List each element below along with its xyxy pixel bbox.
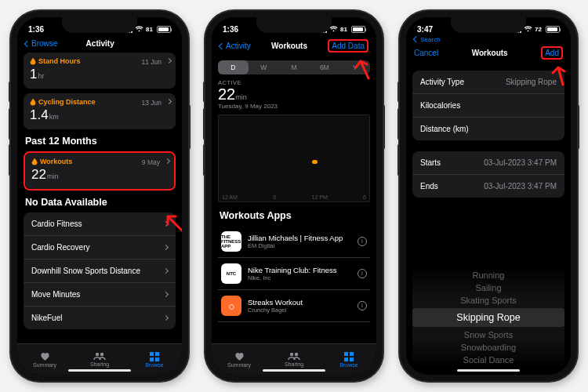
add-data-button[interactable]: Add Data (328, 39, 368, 53)
tab-summary[interactable]: Summary (212, 344, 267, 375)
segment-M[interactable]: M (279, 60, 310, 74)
cancel-button[interactable]: Cancel (414, 49, 438, 57)
home-indicator[interactable] (457, 369, 520, 372)
tab-label: Summary (227, 362, 251, 368)
form-row[interactable]: Ends03-Jul-2023 3:47 PM (412, 175, 564, 198)
clock: 1:36 (223, 25, 238, 34)
page-title: Workouts (438, 49, 541, 57)
hero-unit: min (235, 93, 247, 101)
grid-icon (344, 352, 354, 361)
form-row[interactable]: Activity TypeSkipping Rope (412, 71, 564, 94)
cycling-distance-card[interactable]: Cycling Distance 13 Jun 1.4km (24, 93, 176, 129)
back-button[interactable]: Browse (25, 39, 57, 48)
info-icon[interactable]: i (358, 301, 367, 310)
battery-pct: 72 (535, 26, 542, 33)
app-icon: NTC (221, 263, 241, 284)
card-value: 1 (30, 67, 37, 82)
app-name: Streaks Workout (248, 298, 351, 307)
battery-pct: 81 (146, 26, 153, 33)
form-group-1: Activity TypeSkipping RopeKilocaloriesDi… (412, 71, 564, 140)
chevron-right-icon (163, 292, 169, 297)
tab-label: Sharing (90, 361, 109, 367)
list-item[interactable]: NikeFuel (24, 307, 176, 329)
back-to-search[interactable]: Search (406, 36, 571, 43)
tab-summary[interactable]: Summary (17, 344, 72, 375)
app-row[interactable]: ◯ Streaks WorkoutCrunchy Bagel i (218, 290, 370, 322)
home-indicator[interactable] (263, 369, 325, 372)
picker-option[interactable]: Snow Sports (464, 330, 513, 339)
card-label: Stand Hours (38, 57, 81, 65)
workouts-card[interactable]: Workouts 9 May 22min (25, 153, 174, 189)
annotation-arrow (160, 209, 182, 235)
svg-rect-2 (150, 352, 154, 356)
row-label: Cardio Recovery (31, 243, 89, 252)
flame-icon (31, 158, 38, 165)
chevron-right-icon (163, 315, 169, 321)
chevron-left-icon (219, 42, 225, 49)
svg-rect-4 (150, 358, 154, 361)
axis-tick: 6 (273, 194, 276, 200)
tab-label: Summary (33, 362, 56, 368)
nav-bar: Browse Activity (17, 36, 182, 53)
svg-rect-5 (155, 358, 159, 361)
chevron-left-icon (413, 36, 419, 42)
card-unit: km (49, 113, 59, 121)
card-value: 22 (31, 167, 46, 182)
segment-6M[interactable]: 6M (309, 60, 339, 74)
home-indicator[interactable] (68, 369, 131, 372)
tab-browse[interactable]: Browse (321, 344, 376, 375)
card-value: 1.4 (30, 107, 49, 122)
tab-label: Sharing (285, 361, 303, 367)
annotation-arrow (544, 61, 571, 88)
field-label: Ends (420, 182, 438, 191)
stand-hours-card[interactable]: Stand Hours 11 Jun 1hr (24, 53, 176, 89)
page-title: Activity (57, 39, 143, 48)
list-item[interactable]: Downhill Snow Sports Distance (24, 260, 176, 283)
app-row[interactable]: THE FITNESS APP Jillian Michaels | Fitne… (218, 226, 370, 258)
field-value: 03-Jul-2023 3:47 PM (484, 158, 557, 167)
card-date: 9 May (142, 158, 160, 166)
card-unit: hr (38, 72, 44, 80)
form-row[interactable]: Kilocalories (412, 94, 564, 118)
segment-W[interactable]: W (249, 60, 279, 74)
activity-picker[interactable]: RunningSailingSkating SportsSkipping Rop… (412, 267, 564, 368)
app-icon: THE FITNESS APP (221, 231, 241, 252)
picker-option[interactable]: Social Dance (463, 355, 514, 365)
picker-option[interactable]: Running (473, 270, 505, 280)
back-button[interactable]: Activity (220, 42, 251, 50)
picker-option[interactable]: Snowboarding (461, 343, 516, 352)
form-row[interactable]: Distance (km) (412, 118, 564, 140)
section-header: No Data Available (25, 197, 174, 208)
highlight-box: Workouts 9 May 22min (24, 151, 176, 191)
app-row[interactable]: NTC Nike Training Club: FitnessNike, Inc… (218, 258, 370, 290)
tab-label: Browse (339, 362, 358, 368)
svg-rect-9 (350, 352, 354, 356)
svg-point-1 (100, 353, 103, 356)
axis-tick: 6 (363, 194, 366, 200)
picker-option[interactable]: Skating Sports (460, 296, 517, 305)
form-row[interactable]: Starts03-Jul-2023 3:47 PM (412, 151, 564, 175)
app-name: Jillian Michaels | Fitness App (248, 234, 351, 242)
back-label: Browse (31, 39, 57, 48)
info-icon[interactable]: i (358, 269, 367, 278)
picker-option[interactable]: Sailing (475, 283, 501, 292)
hero-value: 22 (218, 85, 235, 103)
form-group-2: Starts03-Jul-2023 3:47 PMEnds03-Jul-2023… (412, 151, 564, 198)
segment-D[interactable]: D (218, 60, 249, 74)
tab-label: Browse (145, 362, 163, 368)
phone-3: 3:47 72 Search Cancel Workouts Add Activ… (400, 11, 577, 381)
chart[interactable]: 12 AM612 PM6 (218, 114, 370, 202)
picker-option[interactable]: Skipping Rope (412, 308, 564, 327)
list-item[interactable]: Move Minutes (24, 283, 176, 307)
add-button[interactable]: Add (541, 46, 563, 60)
nav-bar: Activity Workouts Add Data (212, 36, 376, 57)
info-icon[interactable]: i (358, 237, 367, 246)
axis-tick: 12 AM (222, 194, 238, 200)
list-item[interactable]: Cardio Recovery (24, 236, 176, 260)
card-label: Cycling Distance (38, 98, 96, 106)
no-data-list: Cardio FitnessCardio RecoveryDownhill Sn… (24, 212, 176, 329)
section-header: Past 12 Months (25, 136, 174, 147)
tab-browse[interactable]: Browse (127, 344, 182, 375)
range-segmented[interactable]: DWM6MY (218, 60, 370, 74)
list-item[interactable]: Cardio Fitness (24, 212, 176, 236)
